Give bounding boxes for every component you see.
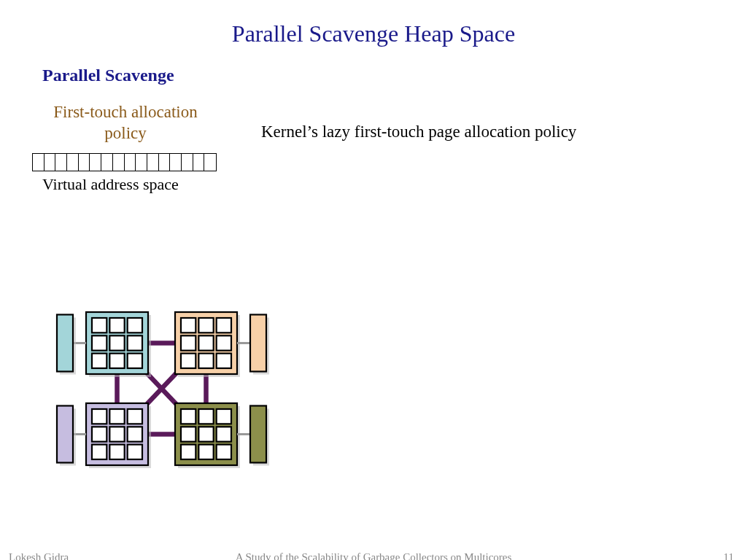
- core-cell: [217, 427, 231, 441]
- vas-cell: [33, 154, 44, 171]
- core-cell: [109, 409, 124, 424]
- core-cell: [109, 335, 124, 350]
- core-cell: [198, 318, 213, 332]
- node-1: [175, 312, 269, 377]
- core-cell: [128, 445, 142, 459]
- node-2: [57, 403, 151, 468]
- core-cell: [128, 318, 142, 332]
- core-cell: [109, 445, 124, 459]
- virtual-address-space-caption: Virtual address space: [42, 175, 179, 194]
- core-cell: [181, 335, 196, 350]
- vas-cell: [90, 154, 101, 171]
- core-cell: [92, 445, 107, 459]
- vas-cell: [125, 154, 136, 171]
- core-cell: [217, 354, 231, 368]
- section-subtitle: Parallel Scavenge: [42, 66, 174, 85]
- core-cell: [128, 409, 142, 424]
- vas-cell: [101, 154, 113, 171]
- vas-cell: [159, 154, 171, 171]
- core-cell: [181, 409, 196, 424]
- memory-stick: [250, 406, 266, 463]
- vas-cell: [113, 154, 125, 171]
- core-cell: [217, 318, 231, 332]
- memory-stick: [57, 406, 73, 463]
- slide-title: Parallel Scavenge Heap Space: [0, 20, 747, 47]
- node-0: [57, 312, 151, 377]
- core-cell: [92, 409, 107, 424]
- memory-stick: [57, 315, 73, 372]
- vas-cell: [182, 154, 193, 171]
- vas-cell: [204, 154, 216, 171]
- core-cell: [198, 335, 213, 350]
- footer-paper-title: A Study of the Scalability of Garbage Co…: [0, 551, 747, 560]
- core-cell: [181, 445, 196, 459]
- core-cell: [198, 409, 213, 424]
- core-cell: [128, 354, 142, 368]
- vas-cell: [67, 154, 79, 171]
- vas-cell: [147, 154, 159, 171]
- core-cell: [217, 335, 231, 350]
- core-cell: [181, 354, 196, 368]
- core-cell: [181, 318, 196, 332]
- allocation-policy-label: First-touch allocation policy: [45, 102, 206, 144]
- numa-diagram: [44, 305, 270, 509]
- node-3: [175, 403, 269, 468]
- core-cell: [181, 427, 196, 441]
- core-cell: [198, 427, 213, 441]
- core-cell: [217, 409, 231, 424]
- core-cell: [198, 354, 213, 368]
- core-cell: [92, 354, 107, 368]
- memory-stick: [250, 315, 266, 372]
- core-cell: [109, 318, 124, 332]
- core-cell: [128, 335, 142, 350]
- core-cell: [92, 318, 107, 332]
- vas-cell: [44, 154, 56, 171]
- vas-cell: [79, 154, 90, 171]
- vas-cell: [193, 154, 205, 171]
- core-cell: [109, 354, 124, 368]
- vas-cell: [136, 154, 147, 171]
- vas-cell: [170, 154, 182, 171]
- core-cell: [92, 427, 107, 441]
- virtual-address-space-strip: [32, 153, 217, 171]
- core-cell: [92, 335, 107, 350]
- core-cell: [217, 445, 231, 459]
- footer-page-number: 11: [724, 551, 734, 560]
- core-cell: [198, 445, 213, 459]
- core-cell: [109, 427, 124, 441]
- body-text: Kernel’s lazy first-touch page allocatio…: [261, 122, 576, 141]
- core-cell: [128, 427, 142, 441]
- vas-cell: [55, 154, 67, 171]
